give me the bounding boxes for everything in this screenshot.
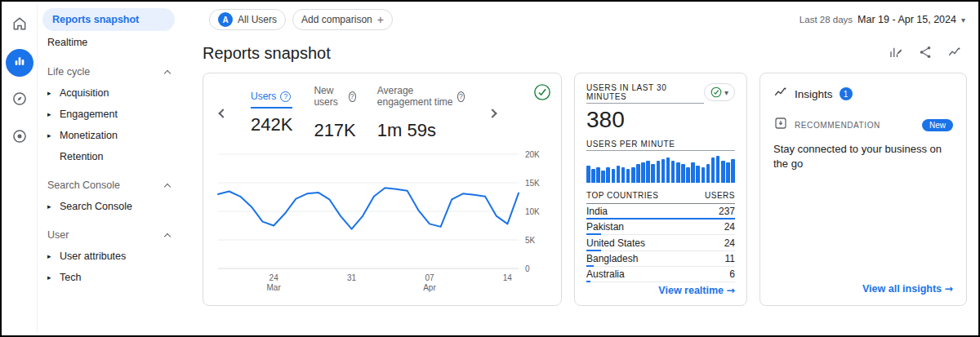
- reports-bar-chart-icon: [13, 55, 26, 71]
- metric-label: New users: [314, 85, 344, 108]
- realtime-users-value: 380: [586, 107, 735, 133]
- next-metrics-button[interactable]: [486, 107, 499, 120]
- explore-button[interactable]: [6, 86, 33, 114]
- users-col: USERS: [705, 191, 735, 200]
- svg-text:Apr: Apr: [423, 283, 436, 292]
- sidebar-item-reports-snapshot[interactable]: Reports snapshot: [42, 8, 175, 31]
- sidebar-item-label: User attributes: [60, 251, 126, 262]
- customize-report-icon: [889, 45, 903, 63]
- sidebar-item-tech[interactable]: ▸ Tech: [38, 267, 183, 288]
- insights-count-badge: 1: [840, 87, 853, 100]
- users-per-minute-chart: [586, 156, 735, 183]
- expand-arrow-icon: ▸: [47, 252, 56, 260]
- metric-label: Average engagement time: [377, 85, 453, 108]
- date-range-picker[interactable]: Last 28 days Mar 19 - Apr 15, 2024 ▾: [800, 14, 965, 25]
- metric-value: 1m 59s: [377, 120, 465, 141]
- share-icon: [918, 45, 933, 63]
- metric-tab-new-users[interactable]: New users ? 217K: [314, 85, 355, 141]
- sidebar-item-engagement[interactable]: ▸ Engagement: [38, 104, 183, 125]
- sidebar-item-acquisition[interactable]: ▸ Acquisition: [38, 82, 183, 104]
- svg-text:24: 24: [270, 273, 279, 282]
- users-per-minute-label: USERS PER MINUTE: [586, 140, 735, 151]
- insights-title: Insights: [795, 88, 833, 100]
- expand-arrow-icon: ▸: [47, 131, 56, 140]
- segment-chip-all-users[interactable]: A All Users: [209, 9, 286, 30]
- help-icon[interactable]: ?: [349, 91, 356, 102]
- sidebar-item-search-console[interactable]: ▸ Search Console: [38, 196, 183, 217]
- metric-value: 242K: [251, 114, 292, 135]
- share-button[interactable]: [918, 45, 933, 63]
- svg-text:5K: 5K: [525, 236, 536, 245]
- sidebar-item-label: Retention: [60, 151, 104, 162]
- section-title: User: [47, 229, 69, 241]
- arrow-right-icon: →: [945, 282, 953, 295]
- section-title: Search Console: [47, 180, 120, 191]
- metric-label: Users: [251, 91, 276, 102]
- metric-tab-avg-engagement-time[interactable]: Average engagement time ? 1m 59s: [377, 85, 465, 141]
- top-countries-header: TOP COUNTRIES USERS: [586, 191, 735, 204]
- users-trend-chart: 05K10K15K20K24Mar3107Apr14: [216, 143, 548, 299]
- add-comparison-button[interactable]: Add comparison +: [292, 9, 393, 30]
- expand-arrow-icon: ▸: [47, 273, 56, 282]
- chevron-left-icon: [218, 109, 227, 118]
- chevron-up-icon: [164, 233, 171, 239]
- section-header-search-console[interactable]: Search Console: [38, 175, 183, 196]
- sidebar-item-label: Reports snapshot: [52, 14, 139, 25]
- home-button[interactable]: [6, 11, 33, 39]
- app-window: Reports snapshot Realtime Life cycle ▸ A…: [0, 0, 980, 337]
- comparison-bar: A All Users Add comparison + Last 28 day…: [183, 2, 978, 38]
- country-row: United States 24: [586, 235, 735, 251]
- help-icon[interactable]: ?: [280, 91, 291, 102]
- users-overview-card: Users ? 242K New users ? 217K: [203, 73, 562, 306]
- sidebar-item-user-attributes[interactable]: ▸ User attributes: [38, 246, 183, 267]
- recommendation-row[interactable]: RECOMMENDATION New: [773, 116, 953, 134]
- country-row: Pakistan 24: [586, 219, 735, 235]
- insights-panel-button[interactable]: [947, 45, 962, 63]
- country-name: United States: [586, 237, 645, 249]
- expand-arrow-icon: ▸: [47, 110, 56, 118]
- expand-arrow-icon: ▸: [47, 89, 56, 97]
- reports-button[interactable]: [6, 49, 33, 77]
- data-quality-check-button[interactable]: [533, 83, 551, 101]
- caret-down-icon: ▾: [724, 88, 728, 97]
- date-preset-label: Last 28 days: [800, 15, 853, 24]
- country-users: 24: [724, 237, 735, 249]
- sidebar-item-monetization[interactable]: ▸ Monetization: [38, 125, 183, 146]
- sidebar-section-search-console: Search Console ▸ Search Console: [38, 175, 183, 217]
- section-header-life-cycle[interactable]: Life cycle: [38, 61, 183, 82]
- recommendation-icon: [773, 116, 788, 134]
- arrow-right-icon: →: [727, 284, 735, 296]
- country-users: 24: [724, 221, 735, 233]
- sidebar-section-user: User ▸ User attributes ▸ Tech: [38, 224, 183, 288]
- plus-icon: +: [377, 13, 384, 26]
- help-icon[interactable]: ?: [457, 91, 465, 102]
- svg-text:07: 07: [425, 273, 434, 282]
- advertising-button[interactable]: [6, 124, 33, 152]
- metric-tab-users[interactable]: Users ? 242K: [251, 91, 292, 135]
- sidebar-item-label: Tech: [60, 272, 81, 283]
- country-name: India: [586, 206, 608, 217]
- view-realtime-link[interactable]: View realtime →: [658, 285, 735, 296]
- customize-report-button[interactable]: [889, 45, 903, 63]
- caret-down-icon: ▾: [961, 16, 965, 24]
- sidebar-item-realtime[interactable]: Realtime: [38, 31, 183, 54]
- country-row: India 237: [586, 204, 735, 219]
- realtime-status-dropdown[interactable]: ▾: [704, 83, 735, 101]
- section-header-user[interactable]: User: [38, 224, 183, 246]
- previous-metrics-button[interactable]: [216, 107, 229, 120]
- sidebar-item-label: Realtime: [47, 37, 87, 48]
- svg-text:0: 0: [525, 264, 530, 273]
- check-icon: [710, 86, 722, 98]
- view-all-insights-link[interactable]: View all insights →: [862, 283, 953, 295]
- sidebar-item-retention[interactable]: Retention: [38, 146, 183, 167]
- report-actions: [889, 45, 962, 63]
- chevron-up-icon: [164, 69, 171, 76]
- country-users: 6: [729, 268, 735, 280]
- insight-message[interactable]: Stay connected to your business on the g…: [773, 142, 949, 171]
- svg-text:20K: 20K: [525, 150, 540, 159]
- realtime-card: USERS IN LAST 30 MINUTES ▾ 380 USERS PER…: [574, 73, 747, 306]
- insights-card: Insights 1 RECOMMENDATION New Stay conne…: [760, 73, 967, 306]
- page-header: Reports snapshot: [183, 38, 978, 68]
- main-content: A All Users Add comparison + Last 28 day…: [183, 2, 978, 335]
- report-nav-sidebar: Reports snapshot Realtime Life cycle ▸ A…: [38, 2, 183, 335]
